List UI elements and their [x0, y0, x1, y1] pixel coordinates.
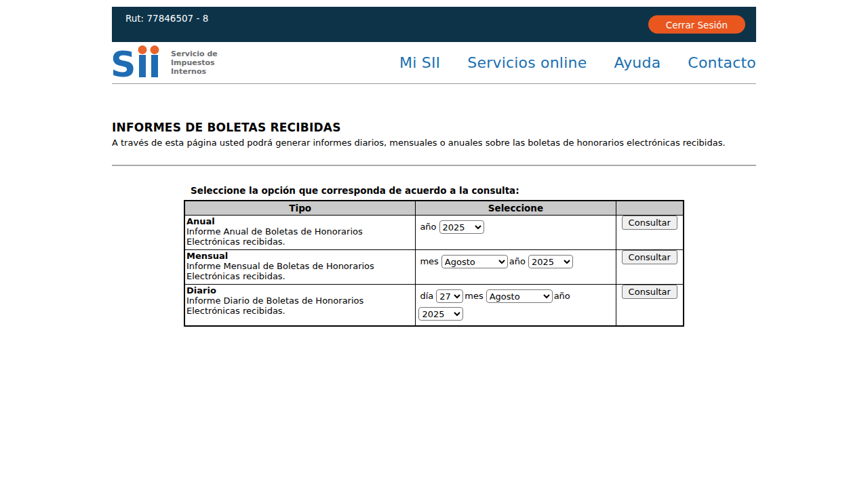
consultar-button[interactable]: Consultar — [622, 216, 677, 230]
action-cell: Consultar — [616, 215, 684, 249]
page-container: Rut: 77846507 - 8 Cerrar Sesión S Servic… — [112, 0, 756, 327]
year-select[interactable]: 2025 — [418, 307, 463, 321]
report-type-cell: MensualInforme Mensual de Boletas de Hon… — [184, 249, 416, 284]
table-row: DiarioInforme Diario de Boletas de Honor… — [184, 284, 684, 326]
period-select-cell: año2025 — [416, 215, 616, 249]
nav-item-mi-sii[interactable]: Mi SII — [399, 54, 440, 71]
day-select[interactable]: 27 — [436, 289, 463, 303]
field-label: año — [509, 256, 526, 266]
report-description: Informe Anual de Boletas de Honorarios E… — [186, 226, 412, 247]
page-head: INFORMES DE BOLETAS RECIBIDAS A través d… — [112, 121, 756, 166]
section-divider — [112, 165, 756, 166]
field-label: mes — [420, 256, 438, 266]
form-caption: Seleccione la opción que corresponda de … — [184, 185, 684, 196]
page-title: INFORMES DE BOLETAS RECIBIDAS — [112, 121, 756, 134]
nav-item-servicios-online[interactable]: Servicios online — [467, 54, 587, 71]
report-type-label: Anual — [186, 216, 215, 226]
report-description: Informe Mensual de Boletas de Honorarios… — [186, 261, 412, 281]
site-header: S Servicio de Impuestos Internos Mi SII … — [112, 42, 756, 84]
table-header-row: Tipo Seleccione — [184, 201, 684, 215]
year-select[interactable]: 2025 — [528, 255, 573, 268]
month-select[interactable]: Agosto — [441, 255, 508, 268]
report-table-body: AnualInforme Anual de Boletas de Honorar… — [184, 215, 684, 326]
report-type-label: Mensual — [186, 251, 228, 261]
main-nav: Mi SII Servicios online Ayuda Contacto — [399, 54, 756, 71]
table-row: AnualInforme Anual de Boletas de Honorar… — [184, 215, 684, 249]
sii-logo-icon: S — [112, 45, 165, 81]
report-description: Informe Diario de Boletas de Honorarios … — [186, 296, 412, 316]
report-type-cell: DiarioInforme Diario de Boletas de Honor… — [184, 284, 416, 326]
field-label: mes — [465, 291, 483, 301]
year-select[interactable]: 2025 — [439, 220, 484, 234]
logout-button[interactable]: Cerrar Sesión — [648, 16, 745, 34]
consultar-button[interactable]: Consultar — [622, 250, 677, 264]
month-select[interactable]: Agosto — [486, 289, 553, 303]
table-header-seleccione: Seleccione — [416, 201, 616, 215]
field-label: día — [420, 291, 433, 301]
action-cell: Consultar — [616, 249, 684, 284]
report-table: Tipo Seleccione AnualInforme Anual de Bo… — [184, 200, 684, 327]
logo-caption: Servicio de Impuestos Internos — [171, 49, 218, 76]
table-row: MensualInforme Mensual de Boletas de Hon… — [184, 249, 684, 284]
action-cell: Consultar — [616, 284, 684, 326]
nav-item-contacto[interactable]: Contacto — [688, 54, 756, 71]
period-select-cell: día27mesAgostoaño2025 — [416, 284, 616, 326]
rut-label: Rut: 77846507 - 8 — [125, 13, 208, 24]
period-select-cell: mesAgostoaño2025 — [416, 249, 616, 284]
nav-item-ayuda[interactable]: Ayuda — [614, 54, 660, 71]
session-bar: Rut: 77846507 - 8 Cerrar Sesión — [112, 7, 756, 42]
report-type-label: Diario — [186, 285, 216, 296]
page-subtitle: A través de esta página usted podrá gene… — [112, 138, 756, 148]
report-type-cell: AnualInforme Anual de Boletas de Honorar… — [184, 215, 416, 249]
table-header-actions — [616, 201, 684, 215]
topbar-wrapper: Rut: 77846507 - 8 Cerrar Sesión — [112, 0, 756, 42]
form-area: Seleccione la opción que corresponda de … — [184, 185, 684, 327]
table-header-tipo: Tipo — [184, 201, 416, 215]
field-label: año — [554, 291, 570, 301]
field-label: año — [420, 222, 436, 232]
sii-logo[interactable]: S Servicio de Impuestos Internos — [112, 45, 218, 81]
consultar-button[interactable]: Consultar — [622, 285, 677, 299]
svg-text:S: S — [112, 45, 136, 78]
